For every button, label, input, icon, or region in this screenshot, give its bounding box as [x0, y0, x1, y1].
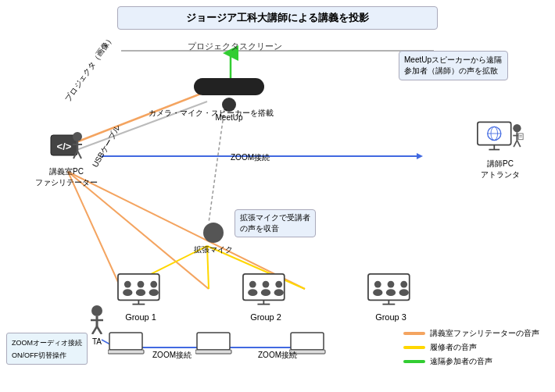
title-text: ジョージア工科大講師による講義を投影 — [186, 12, 369, 23]
svg-rect-73 — [108, 350, 144, 354]
svg-point-55 — [274, 289, 284, 296]
group-1: Group 1 — [109, 273, 172, 322]
ext-mic-desc: 拡張マイクで受講者 の声を収音 — [235, 209, 316, 237]
group1-monitor — [114, 273, 167, 308]
svg-point-43 — [138, 281, 145, 288]
legend-item-2: 履修者の音声 — [403, 340, 539, 355]
projector-image-label: プロジェクタ（画像） — [63, 34, 116, 104]
svg-point-52 — [263, 281, 270, 288]
legend: 講義室ファシリテーターの音声 履修者の音声 遠隔参加者の音声 — [403, 326, 539, 369]
group3-label: Group 3 — [360, 312, 422, 322]
svg-line-36 — [517, 141, 520, 148]
svg-point-42 — [123, 289, 132, 296]
svg-point-62 — [386, 289, 396, 296]
svg-rect-74 — [197, 333, 230, 350]
facilitator-figure: </> 講義室PC ファシリテーター — [35, 129, 98, 188]
projector-screen-label: プロジェクタスクリーン — [188, 41, 282, 52]
group-3: Group 3 — [360, 273, 422, 322]
svg-line-7 — [68, 172, 209, 289]
svg-line-35 — [514, 141, 517, 148]
ta-label: TA — [86, 337, 108, 346]
ext-mic-label: 拡張マイク — [194, 244, 233, 255]
instructor-label: 講師PC アトランタ — [477, 159, 524, 180]
group2-label: Group 2 — [235, 312, 297, 322]
facilitator-label: 講義室PC ファシリテーター — [35, 166, 98, 188]
svg-marker-5 — [417, 153, 423, 159]
svg-point-21 — [73, 132, 82, 141]
group1-label: Group 1 — [109, 312, 172, 322]
laptop-group2 — [195, 332, 238, 355]
svg-rect-72 — [109, 333, 142, 350]
legend-item-3: 遠隔参加者の音声 — [403, 355, 539, 369]
zoom-connection-label: ZOOM接続 — [231, 152, 270, 163]
ta-figure: TA — [86, 305, 108, 346]
svg-point-46 — [149, 289, 159, 296]
svg-point-32 — [513, 124, 521, 132]
groups-row: Group 1 Group 2 — [78, 273, 453, 322]
svg-text:</>: </> — [57, 141, 72, 152]
svg-point-59 — [374, 281, 381, 288]
meetup-speaker-box: MeetUpスピーカーから遠隔 参加者（講師）の声を拡散 — [399, 51, 508, 80]
group3-monitor — [364, 273, 417, 308]
svg-line-70 — [92, 326, 97, 334]
svg-point-53 — [261, 289, 270, 296]
svg-line-12 — [209, 109, 224, 223]
svg-point-45 — [150, 281, 157, 288]
svg-rect-75 — [195, 350, 231, 354]
svg-line-25 — [77, 151, 81, 159]
camera-label: カメラ・マイク・スピーカーを搭載 — [149, 108, 274, 119]
facilitator-icon: </> — [49, 129, 84, 163]
svg-point-60 — [373, 289, 382, 296]
svg-rect-76 — [291, 333, 324, 350]
legend-color-student — [403, 346, 425, 349]
zoom-label-bottom-2: ZOOM接続 — [258, 350, 297, 361]
svg-point-61 — [388, 281, 395, 288]
ext-mic-icon — [203, 223, 224, 243]
svg-line-71 — [97, 326, 102, 334]
legend-color-remote — [403, 360, 425, 363]
ta-icon — [86, 305, 108, 334]
diagram-container: ジョージア工科大講師による講義を投影 プロジェクタスクリーン プロジェクタ（画像… — [0, 0, 555, 392]
svg-point-41 — [124, 281, 131, 288]
svg-point-63 — [400, 281, 407, 288]
group2-monitor — [239, 273, 292, 308]
instructor-monitor-icon — [477, 121, 524, 155]
svg-point-67 — [91, 305, 102, 316]
meetup-bar — [194, 78, 264, 95]
legend-color-facilitator — [403, 332, 425, 335]
svg-point-54 — [275, 281, 282, 288]
zoom-label-bottom-1: ZOOM接続 — [152, 350, 192, 361]
svg-rect-37 — [518, 134, 523, 140]
ext-mic: 拡張マイク — [194, 223, 233, 255]
svg-point-51 — [248, 289, 257, 296]
legend-item-1: 講義室ファシリテーターの音声 — [403, 326, 539, 340]
svg-line-6 — [68, 172, 121, 289]
laptop-ta — [108, 332, 151, 355]
title-box: ジョージア工科大講師による講義を投影 — [117, 6, 438, 30]
group-2: Group 2 — [235, 273, 297, 322]
svg-point-64 — [399, 289, 409, 296]
zoom-audio-label: ZOOMオーディオ接続 ON/OFF切替操作 — [6, 333, 88, 365]
instructor-pc: 講師PC アトランタ — [477, 121, 524, 180]
svg-point-44 — [136, 289, 145, 296]
svg-point-50 — [249, 281, 256, 288]
